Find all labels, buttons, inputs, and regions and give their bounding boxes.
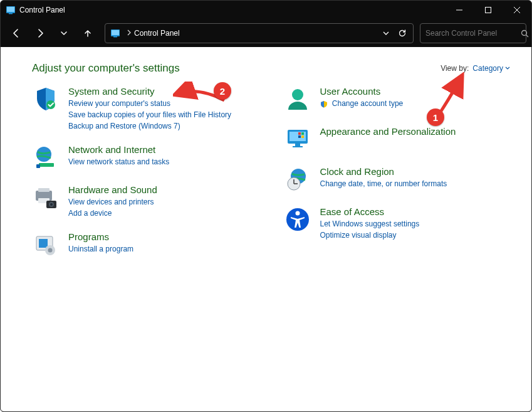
view-by-label: View by: — [441, 64, 469, 73]
maximize-button[interactable] — [474, 1, 503, 19]
category-programs: Programs Uninstall a program — [32, 231, 259, 259]
svg-rect-29 — [295, 144, 300, 146]
monitor-icon — [284, 126, 311, 154]
svg-rect-15 — [36, 164, 40, 168]
category-title[interactable]: User Accounts — [320, 86, 404, 97]
svg-rect-2 — [9, 13, 13, 14]
category-ease-of-access: Ease of Access Let Windows suggest setti… — [284, 206, 511, 241]
titlebar: Control Panel — [1, 1, 531, 19]
svg-point-21 — [50, 203, 53, 206]
category-link[interactable]: Backup and Restore (Windows 7) — [68, 120, 231, 132]
svg-rect-32 — [301, 132, 304, 135]
search-input[interactable] — [424, 28, 521, 38]
annotation-badge-2: 2 — [214, 82, 231, 100]
svg-rect-30 — [293, 146, 303, 147]
globe-network-icon — [32, 144, 60, 172]
content-area: Adjust your computer's settings View by:… — [1, 47, 531, 411]
svg-point-40 — [295, 211, 300, 216]
user-icon — [284, 86, 311, 114]
svg-rect-31 — [298, 132, 301, 135]
page-heading: Adjust your computer's settings — [32, 62, 180, 75]
category-link[interactable]: Optimize visual display — [320, 230, 420, 241]
printer-camera-icon — [32, 184, 60, 212]
svg-point-26 — [292, 89, 303, 100]
breadcrumb-separator-icon — [127, 29, 132, 38]
category-network-internet: Network and Internet View network status… — [32, 144, 259, 172]
category-link[interactable]: Change account type — [320, 98, 404, 109]
category-title[interactable]: Ease of Access — [320, 206, 420, 217]
svg-rect-23 — [39, 239, 48, 248]
category-title[interactable]: Clock and Region — [320, 166, 447, 177]
accessibility-icon — [284, 206, 311, 234]
category-user-accounts: User Accounts Change account type — [284, 86, 511, 114]
category-title[interactable]: Appearance and Personalization — [320, 126, 456, 137]
svg-rect-14 — [39, 163, 54, 167]
control-panel-icon — [110, 28, 120, 38]
annotation-badge-1: 1 — [427, 108, 444, 126]
category-link[interactable]: View devices and printers — [68, 196, 157, 208]
minimize-button[interactable] — [445, 1, 474, 19]
category-title[interactable]: Hardware and Sound — [68, 184, 157, 195]
svg-rect-34 — [301, 135, 304, 138]
clock-globe-icon — [284, 166, 311, 194]
nav-recent-button[interactable] — [53, 23, 75, 44]
category-link[interactable]: Save backup copies of your files with Fi… — [68, 109, 231, 120]
svg-rect-33 — [298, 135, 301, 138]
view-by-control: View by: Category — [441, 64, 510, 73]
category-link[interactable]: Uninstall a program — [68, 243, 133, 255]
svg-point-25 — [48, 248, 53, 253]
category-link[interactable]: Let Windows suggest settings — [320, 218, 420, 230]
toolbar: Control Panel — [1, 19, 531, 47]
category-link[interactable]: Change date, time, or number formats — [320, 178, 447, 189]
category-title[interactable]: System and Security — [68, 86, 231, 97]
programs-icon — [32, 231, 60, 259]
uac-shield-icon — [320, 100, 328, 108]
control-panel-icon — [6, 5, 16, 15]
nav-forward-button[interactable] — [29, 23, 51, 44]
category-title[interactable]: Programs — [68, 231, 133, 242]
window-title: Control Panel — [19, 6, 65, 14]
refresh-button[interactable] — [394, 25, 410, 41]
category-link[interactable]: Add a device — [68, 208, 157, 219]
nav-back-button[interactable] — [6, 23, 27, 44]
category-title[interactable]: Network and Internet — [68, 144, 169, 155]
category-column-right: User Accounts Change account type — [284, 86, 511, 272]
svg-point-10 — [522, 30, 527, 35]
view-by-dropdown[interactable]: Category — [472, 64, 510, 73]
svg-rect-1 — [7, 7, 14, 12]
category-link-text: Change account type — [332, 99, 403, 108]
breadcrumb-text[interactable]: Control Panel — [134, 29, 180, 38]
close-button[interactable] — [503, 1, 531, 19]
search-icon — [521, 29, 529, 38]
svg-rect-4 — [486, 8, 491, 13]
svg-line-11 — [526, 34, 529, 37]
svg-rect-17 — [38, 188, 50, 192]
svg-rect-8 — [112, 30, 119, 35]
category-column-left: System and Security Review your computer… — [32, 86, 259, 272]
address-dropdown-button[interactable] — [378, 25, 394, 41]
category-clock-region: Clock and Region Change date, time, or n… — [284, 166, 511, 194]
svg-point-12 — [46, 100, 55, 109]
search-box[interactable] — [420, 23, 526, 43]
shield-icon — [32, 86, 60, 114]
category-link[interactable]: View network status and tasks — [68, 156, 169, 167]
chevron-down-icon — [505, 66, 510, 71]
view-by-value: Category — [472, 64, 503, 73]
category-hardware-sound: Hardware and Sound View devices and prin… — [32, 184, 259, 219]
category-appearance: Appearance and Personalization — [284, 126, 511, 154]
address-bar[interactable]: Control Panel — [105, 23, 414, 43]
nav-up-button[interactable] — [77, 23, 98, 44]
svg-rect-9 — [113, 36, 117, 38]
category-link[interactable]: Review your computer's status — [68, 98, 231, 109]
